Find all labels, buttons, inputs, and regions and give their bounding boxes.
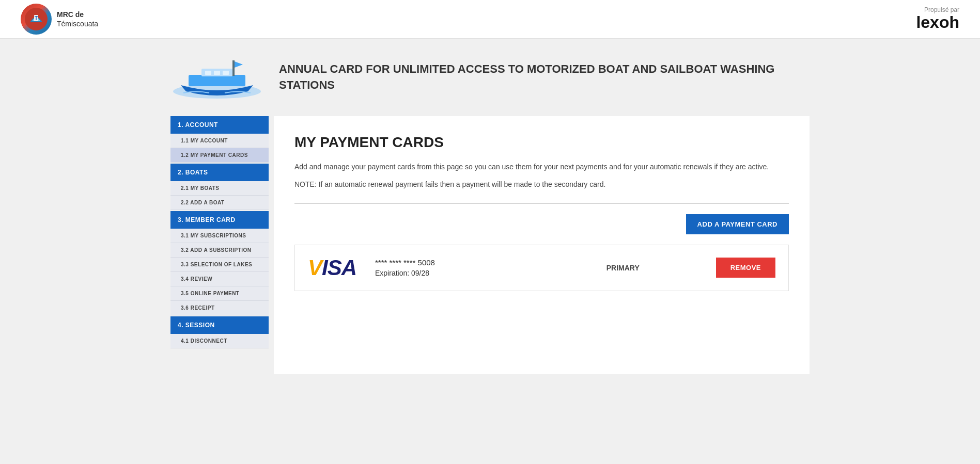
sidebar-section-boats: 2. BOATS 2.1 MY BOATS 2.2 ADD A BOAT bbox=[170, 164, 269, 210]
sidebar-item-add-a-boat[interactable]: 2.2 ADD A BOAT bbox=[170, 196, 269, 210]
hero-title: ANNUAL CARD FOR UNLIMITED ACCESS TO MOTO… bbox=[279, 61, 810, 93]
card-status: PRIMARY bbox=[546, 264, 701, 272]
hero-section: ANNUAL CARD FOR UNLIMITED ACCESS TO MOTO… bbox=[0, 39, 980, 111]
svg-text:T: T bbox=[35, 15, 38, 21]
sidebar: 1. ACCOUNT 1.1 MY ACCOUNT 1.2 MY PAYMENT… bbox=[170, 116, 269, 374]
lexoh-brand: lexoh bbox=[916, 13, 959, 31]
content-note: NOTE: If an automatic renewal payment fa… bbox=[294, 179, 789, 190]
svg-rect-8 bbox=[223, 71, 229, 75]
visa-logo: VISA bbox=[308, 255, 360, 280]
content-panel: MY PAYMENT CARDS Add and manage your pay… bbox=[274, 116, 810, 374]
sidebar-item-account[interactable]: 1. ACCOUNT bbox=[170, 116, 269, 134]
powered-by-label: Propulsé par bbox=[916, 6, 959, 13]
svg-rect-9 bbox=[232, 60, 235, 76]
brand-mrc: MRC de bbox=[57, 10, 98, 19]
main-container: 1. ACCOUNT 1.1 MY ACCOUNT 1.2 MY PAYMENT… bbox=[0, 111, 980, 395]
sidebar-item-my-subscriptions[interactable]: 3.1 MY SUBSCRIPTIONS bbox=[170, 229, 269, 243]
sidebar-section-session: 4. SESSION 4.1 DISCONNECT bbox=[170, 316, 269, 348]
page-title: MY PAYMENT CARDS bbox=[294, 134, 789, 151]
sidebar-item-online-payment[interactable]: 3.5 ONLINE PAYMENT bbox=[170, 286, 269, 301]
sidebar-item-my-boats[interactable]: 2.1 MY BOATS bbox=[170, 181, 269, 196]
divider bbox=[294, 203, 789, 204]
sidebar-item-review[interactable]: 3.4 REVIEW bbox=[170, 272, 269, 286]
brand-region: Témiscouata bbox=[57, 19, 98, 28]
sidebar-section-account: 1. ACCOUNT 1.1 MY ACCOUNT 1.2 MY PAYMENT… bbox=[170, 116, 269, 163]
svg-rect-6 bbox=[205, 71, 211, 75]
sidebar-item-member-card[interactable]: 3. MEMBER CARD bbox=[170, 211, 269, 229]
sidebar-item-my-payment-cards[interactable]: 1.2 MY PAYMENT CARDS bbox=[170, 148, 269, 163]
powered-by-area: Propulsé par lexoh bbox=[916, 6, 959, 31]
logo-icon: T bbox=[21, 4, 52, 35]
card-number: **** **** **** 5008 bbox=[375, 258, 530, 267]
content-description: Add and manage your payment cards from t… bbox=[294, 161, 789, 172]
sidebar-item-receipt[interactable]: 3.6 RECEIPT bbox=[170, 301, 269, 315]
sidebar-item-boats[interactable]: 2. BOATS bbox=[170, 164, 269, 181]
sidebar-item-my-account[interactable]: 1.1 MY ACCOUNT bbox=[170, 134, 269, 148]
svg-rect-7 bbox=[214, 71, 220, 75]
card-expiry: Expiration: 09/28 bbox=[375, 269, 530, 277]
add-payment-card-button[interactable]: ADD A PAYMENT CARD bbox=[686, 214, 789, 234]
boat-illustration bbox=[170, 54, 263, 101]
sidebar-item-session[interactable]: 4. SESSION bbox=[170, 316, 269, 334]
payment-card-row: VISA **** **** **** 5008 Expiration: 09/… bbox=[294, 245, 789, 291]
card-details: **** **** **** 5008 Expiration: 09/28 bbox=[375, 258, 530, 277]
svg-rect-4 bbox=[189, 75, 245, 86]
sidebar-item-add-a-subscription[interactable]: 3.2 ADD A SUBSCRIPTION bbox=[170, 243, 269, 258]
sidebar-item-disconnect[interactable]: 4.1 DISCONNECT bbox=[170, 334, 269, 348]
sidebar-item-selection-of-lakes[interactable]: 3.3 SELECTION OF LAKES bbox=[170, 258, 269, 272]
sidebar-section-member-card: 3. MEMBER CARD 3.1 MY SUBSCRIPTIONS 3.2 … bbox=[170, 211, 269, 315]
logo-area: T MRC de Témiscouata bbox=[21, 4, 98, 35]
remove-card-button[interactable]: REMOVE bbox=[716, 258, 775, 278]
add-card-row: ADD A PAYMENT CARD bbox=[294, 214, 789, 234]
brand-text: MRC de Témiscouata bbox=[57, 10, 98, 28]
header: T MRC de Témiscouata Propulsé par lexoh bbox=[0, 0, 980, 39]
